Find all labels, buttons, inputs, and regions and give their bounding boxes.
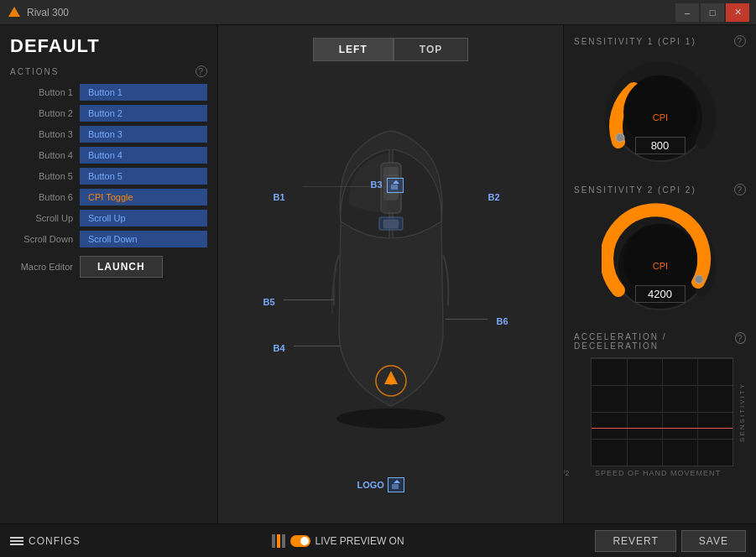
bottom-bar: CONFIGS LIVE PREVIEW ON REVERT SAVE: [0, 523, 756, 557]
accel-graph[interactable]: [591, 357, 733, 466]
action-btn-scrollDown[interactable]: Scroll Down: [80, 231, 207, 247]
grid-v-1: [627, 358, 628, 466]
action-label-btn3: Button 3: [10, 129, 73, 139]
b3-indicator[interactable]: [387, 178, 404, 193]
logo-label-group: LOGO: [357, 477, 404, 492]
sensitivity1-section: SENSITIVITY 1 (CPI 1) ? CPI: [574, 35, 746, 171]
title-bar-left: Rival 300: [7, 5, 69, 20]
sensitivity2-section: SENSITIVITY 2 (CPI 2) ? CPI 4200: [574, 184, 746, 320]
live-preview-icon: [272, 534, 285, 548]
action-btn-btn3[interactable]: Button 3: [80, 126, 207, 143]
app-title: Rival 300: [27, 7, 69, 18]
live-preview-group: LIVE PREVIEW ON: [272, 534, 404, 548]
tab-top[interactable]: TOP: [394, 38, 468, 61]
bottom-right-buttons: REVERT SAVE: [595, 530, 746, 552]
grid-v-3: [697, 358, 698, 466]
sensitivity1-value[interactable]: 800: [635, 137, 686, 154]
action-label-btn2: Button 2: [10, 108, 73, 118]
b3-edit-icon: [390, 180, 400, 190]
action-label-btn6: Button 6: [10, 192, 73, 202]
accel-graph-line: [592, 428, 733, 429]
accel-help[interactable]: ?: [735, 332, 746, 344]
svg-text:CPI: CPI: [652, 112, 667, 122]
bar2: [277, 534, 280, 548]
sensitivity2-help[interactable]: ?: [734, 184, 746, 195]
action-row-btn2: Button 2Button 2: [10, 105, 207, 122]
tab-left[interactable]: LEFT: [313, 38, 394, 61]
maximize-button[interactable]: □: [701, 3, 724, 22]
configs-button[interactable]: CONFIGS: [10, 534, 81, 548]
actions-section-label: ACTIONS ?: [10, 65, 207, 77]
svg-point-1: [336, 409, 446, 429]
action-label-btn4: Button 4: [10, 150, 73, 160]
window-controls: – □ ✕: [675, 3, 749, 22]
action-row-scrollDown: Scroll DownScroll Down: [10, 231, 207, 247]
accel-graph-wrapper: 2 1/2: [574, 357, 725, 477]
sensitivity1-gauge[interactable]: CPI 800: [602, 54, 719, 171]
live-preview-label: LIVE PREVIEW ON: [315, 535, 404, 547]
action-row-btn1: Button 1Button 1: [10, 84, 207, 101]
svg-rect-28: [10, 544, 23, 545]
accel-title: ACCELERATION / DECELERATION ?: [574, 332, 746, 351]
diagram-label-b2: B2: [487, 192, 499, 202]
diagram-label-b5: B5: [263, 297, 275, 307]
svg-rect-14: [391, 185, 398, 190]
main-content: DEFAULT ACTIONS ? Button 1Button 1Button…: [0, 25, 756, 523]
svg-rect-26: [10, 537, 23, 539]
diagram-label-b6: B6: [496, 316, 508, 326]
svg-marker-0: [8, 7, 20, 17]
left-panel: DEFAULT ACTIONS ? Button 1Button 1Button…: [0, 25, 218, 523]
sensitivity-y-label: SENSITIVITY: [738, 357, 746, 466]
view-tabs: LEFT TOP: [313, 38, 468, 61]
actions-help-icon[interactable]: ?: [196, 65, 207, 77]
bar1: [272, 534, 275, 548]
action-btn-scrollUp[interactable]: Scroll Up: [80, 210, 207, 226]
b4-connector: [294, 346, 340, 346]
app-logo: [7, 5, 22, 20]
svg-text:CPI: CPI: [652, 261, 667, 271]
svg-rect-27: [10, 540, 23, 542]
action-btn-btn1[interactable]: Button 1: [80, 84, 207, 101]
bar3: [282, 534, 285, 548]
action-btn-btn5[interactable]: Button 5: [80, 168, 207, 185]
logo-edit-icon: [391, 480, 401, 490]
sensitivity2-gauge[interactable]: CPI 4200: [602, 202, 719, 320]
sensitivity2-title: SENSITIVITY 2 (CPI 2) ?: [574, 184, 746, 195]
configs-icon: [10, 534, 23, 548]
svg-point-11: [387, 377, 395, 385]
revert-button[interactable]: REVERT: [595, 530, 675, 552]
action-btn-btn4[interactable]: Button 4: [80, 147, 207, 164]
close-button[interactable]: ✕: [726, 3, 749, 22]
macro-editor-row: Macro Editor LAUNCH: [10, 256, 207, 278]
action-row-btn4: Button 4Button 4: [10, 147, 207, 164]
diagram-label-b3: B3: [371, 180, 383, 190]
macro-editor-label: Macro Editor: [10, 262, 73, 272]
minimize-button[interactable]: –: [675, 3, 699, 22]
launch-button[interactable]: LAUNCH: [80, 256, 163, 278]
svg-point-25: [695, 275, 703, 284]
svg-marker-17: [394, 480, 400, 483]
live-preview-toggle[interactable]: [290, 535, 310, 547]
diagram-label-logo: LOGO: [357, 480, 384, 490]
accel-x-label: SPEED OF HAND MOVEMENT: [591, 469, 725, 477]
sensitivity2-value[interactable]: 4200: [635, 285, 686, 303]
accel-y-labels: 2 1/2: [563, 357, 570, 477]
action-label-scrollDown: Scroll Down: [10, 234, 73, 244]
svg-rect-12: [379, 217, 403, 230]
sensitivity1-title: SENSITIVITY 1 (CPI 1) ?: [574, 35, 746, 47]
logo-indicator[interactable]: [388, 477, 404, 492]
action-label-btn1: Button 1: [10, 87, 73, 97]
sensitivity1-help[interactable]: ?: [734, 35, 746, 47]
action-row-scrollUp: Scroll UpScroll Up: [10, 210, 207, 226]
action-row-btn6: Button 6CPI Toggle: [10, 189, 207, 206]
action-btn-btn2[interactable]: Button 2: [80, 105, 207, 122]
grid-h-bottom: [592, 466, 733, 466]
b5-connector: [284, 299, 334, 300]
action-rows: Button 1Button 1Button 2Button 2Button 3…: [10, 84, 207, 247]
save-button[interactable]: SAVE: [681, 530, 746, 552]
title-bar: Rival 300 – □ ✕: [0, 0, 756, 25]
diagram-label-b4: B4: [274, 343, 285, 353]
action-row-btn3: Button 3Button 3: [10, 126, 207, 143]
action-btn-btn6[interactable]: CPI Toggle: [80, 189, 207, 206]
grid-v-2: [662, 358, 663, 466]
